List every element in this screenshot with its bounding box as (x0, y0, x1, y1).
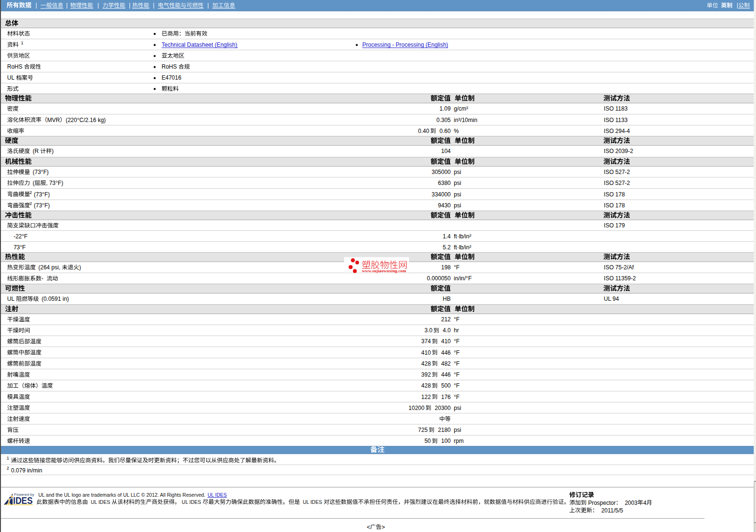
svg-text:1: 1 (21, 41, 23, 45)
svg-text:100: 100 (441, 438, 451, 444)
svg-text:334000: 334000 (432, 191, 451, 198)
svg-text:2: 2 (7, 466, 9, 471)
svg-text:2011/5/5: 2011/5/5 (601, 507, 623, 514)
svg-text:1.4: 1.4 (443, 233, 451, 240)
svg-text:ISO 527-2: ISO 527-2 (604, 180, 630, 186)
svg-text:UL and the UL logo are tradema: UL and the UL logo are trademarks of UL … (38, 492, 205, 498)
svg-text:ISO 11359-2: ISO 11359-2 (604, 275, 636, 282)
svg-text:E47016: E47016 (162, 74, 182, 81)
svg-text:°F: °F (454, 371, 460, 378)
svg-text:0.079 in/min: 0.079 in/min (11, 467, 42, 474)
svg-text:%: % (454, 128, 459, 134)
svg-text:www.sujiaowuxing.com: www.sujiaowuxing.com (362, 268, 407, 273)
svg-text:UL IDES: UL IDES (91, 499, 110, 505)
svg-text:(R: (R (33, 148, 39, 154)
svg-text:UL IDES: UL IDES (182, 499, 201, 505)
svg-text:0.305: 0.305 (437, 117, 451, 123)
svg-text:|: | (36, 2, 37, 9)
svg-text:3.0: 3.0 (424, 327, 432, 334)
svg-text:UL: UL (7, 74, 15, 81)
svg-text:psi: psi (454, 180, 461, 186)
svg-text:(264 psi,: (264 psi, (39, 264, 61, 271)
svg-text:(73°F): (73°F) (33, 169, 49, 175)
svg-text:428: 428 (421, 360, 431, 367)
svg-text:6380: 6380 (438, 180, 451, 186)
svg-text:|: | (98, 2, 99, 9)
svg-text:428: 428 (421, 382, 431, 389)
svg-text:ISO 2039-2: ISO 2039-2 (604, 148, 633, 154)
svg-text:, 73°F): , 73°F) (46, 180, 63, 186)
svg-text:20300: 20300 (435, 405, 451, 411)
svg-text:|: | (153, 2, 154, 9)
svg-text:446: 446 (441, 349, 451, 356)
svg-text:psi: psi (454, 191, 461, 198)
svg-text:ISO 294-4: ISO 294-4 (604, 128, 630, 134)
svg-text:0.60: 0.60 (439, 128, 451, 134)
svg-text:198: 198 (441, 264, 451, 271)
svg-text:UL IDES: UL IDES (207, 492, 226, 498)
svg-text:(73°F): (73°F) (34, 191, 50, 198)
svg-text:ISO 178: ISO 178 (604, 191, 625, 198)
svg-text:in³/10min: in³/10min (454, 117, 477, 123)
svg-text:): ) (79, 264, 81, 271)
svg-text:5.2: 5.2 (443, 244, 451, 251)
svg-text:(220°C/2.16 kg): (220°C/2.16 kg) (66, 117, 106, 123)
svg-text:g/cm³: g/cm³ (454, 105, 468, 112)
svg-text:rpm: rpm (454, 438, 464, 444)
svg-text:Processing - Processing (Engli: Processing - Processing (English) (362, 41, 448, 48)
svg-text:): ) (52, 148, 54, 154)
svg-text:2003: 2003 (625, 500, 638, 506)
svg-text:4: 4 (643, 500, 646, 506)
svg-text:50: 50 (424, 438, 431, 444)
svg-text:ISO 1183: ISO 1183 (604, 105, 628, 112)
svg-text:(: ( (33, 180, 35, 186)
svg-text:4.0: 4.0 (443, 327, 451, 334)
svg-text:psi: psi (454, 405, 461, 411)
svg-text:Technical Datasheet (English): Technical Datasheet (English) (162, 41, 237, 48)
svg-text:°F: °F (454, 394, 460, 400)
svg-text:ft·lb/in²: ft·lb/in² (454, 233, 471, 240)
svg-text:482: 482 (441, 360, 451, 367)
svg-text:0.40: 0.40 (418, 128, 429, 134)
svg-text:RoHS: RoHS (7, 63, 22, 70)
svg-text:73°F: 73°F (13, 244, 25, 251)
svg-text:°F: °F (454, 360, 460, 367)
svg-text:305000: 305000 (432, 169, 451, 175)
svg-text:ISO 527-2: ISO 527-2 (604, 169, 630, 175)
svg-text:psi: psi (454, 427, 461, 433)
svg-text:500: 500 (441, 382, 451, 389)
svg-text:2180: 2180 (438, 427, 451, 433)
svg-text:176: 176 (441, 394, 451, 400)
svg-text:°F: °F (454, 264, 460, 271)
svg-text:IDES: IDES (13, 495, 33, 506)
svg-text:|: | (736, 2, 738, 9)
svg-text:°F: °F (454, 338, 460, 345)
svg-text:(0.0591 in): (0.0591 in) (41, 296, 69, 302)
svg-text:410: 410 (441, 338, 451, 345)
svg-text:°F: °F (454, 316, 460, 323)
svg-text:in/in/°F: in/in/°F (454, 275, 471, 282)
svg-text:hr: hr (454, 327, 459, 334)
svg-text:UL 94: UL 94 (604, 296, 619, 302)
svg-text:212: 212 (441, 316, 451, 323)
svg-text:ft·lb/in²: ft·lb/in² (454, 244, 471, 251)
svg-text:ISO 179: ISO 179 (604, 222, 625, 229)
svg-text:1.09: 1.09 (439, 105, 451, 112)
svg-text:0.000050: 0.000050 (427, 275, 450, 282)
svg-text:(73°F): (73°F) (34, 202, 50, 209)
svg-text:UL: UL (7, 296, 15, 302)
svg-text:725: 725 (418, 427, 428, 433)
svg-text:2: 2 (30, 190, 32, 195)
svg-text:-: - (41, 275, 43, 282)
svg-text:2: 2 (30, 201, 32, 206)
svg-text:HB: HB (443, 296, 451, 302)
svg-text:104: 104 (441, 148, 451, 154)
svg-text:10200: 10200 (409, 405, 425, 411)
svg-text:>: > (382, 524, 385, 531)
svg-text:psi: psi (454, 169, 461, 175)
svg-text:UL IDES: UL IDES (303, 499, 322, 505)
svg-text:<: < (367, 524, 370, 531)
svg-text:410: 410 (421, 349, 431, 356)
svg-text:ISO 1133: ISO 1133 (604, 117, 628, 123)
svg-text:°F: °F (454, 349, 460, 356)
